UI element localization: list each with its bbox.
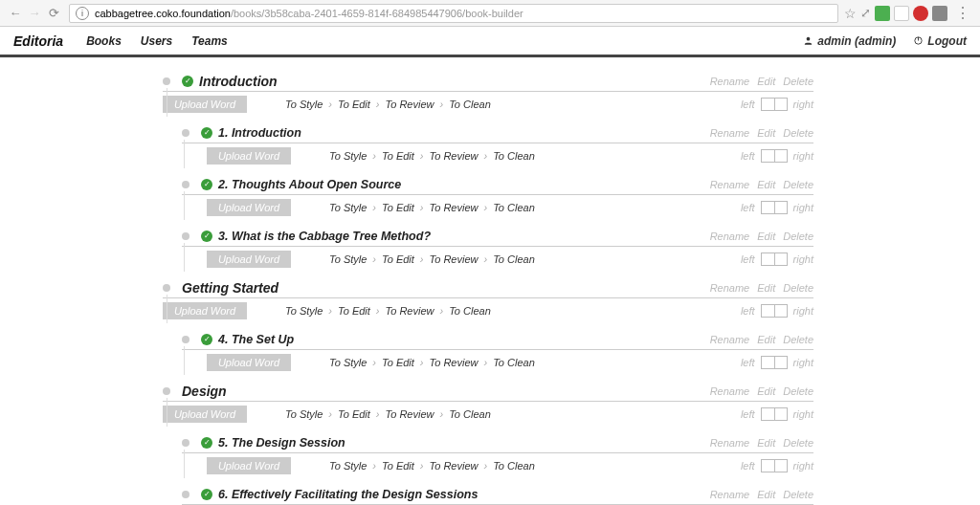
upload-word-button[interactable]: Upload Word [163, 96, 247, 113]
chapter-title[interactable]: 2. Thoughts About Open Source [218, 178, 401, 191]
workflow-step[interactable]: To Clean [449, 99, 491, 110]
align-toggle[interactable] [761, 98, 788, 111]
delete-button[interactable]: Delete [783, 489, 813, 500]
rename-button[interactable]: Rename [710, 179, 750, 190]
forward-button[interactable]: → [25, 4, 44, 23]
adblock-icon[interactable] [913, 6, 928, 21]
site-info-icon[interactable]: i [76, 7, 89, 20]
workflow-step[interactable]: To Style [329, 202, 367, 213]
workflow-step[interactable]: To Review [430, 460, 479, 472]
workflow-step[interactable]: To Style [329, 150, 367, 162]
upload-word-button[interactable]: Upload Word [207, 354, 291, 371]
rename-button[interactable]: Rename [710, 282, 750, 294]
upload-word-button[interactable]: Upload Word [207, 457, 291, 474]
workflow-step[interactable]: To Review [386, 305, 434, 317]
nav-users[interactable]: Users [141, 34, 172, 48]
edit-button[interactable]: Edit [757, 231, 775, 242]
edit-button[interactable]: Edit [757, 334, 775, 345]
workflow-step[interactable]: To Style [329, 460, 367, 472]
edit-button[interactable]: Edit [757, 282, 775, 294]
align-toggle[interactable] [761, 304, 788, 318]
rename-button[interactable]: Rename [710, 76, 750, 87]
zoom-icon[interactable]: ⤢ [860, 6, 871, 20]
delete-button[interactable]: Delete [783, 385, 813, 397]
brand[interactable]: Editoria [13, 33, 63, 49]
edit-button[interactable]: Edit [757, 385, 775, 397]
workflow-step[interactable]: To Edit [338, 99, 370, 110]
drag-handle-icon[interactable] [182, 439, 189, 447]
edit-button[interactable]: Edit [757, 127, 775, 139]
logout-button[interactable]: Logout [913, 34, 967, 48]
workflow-step[interactable]: To Edit [338, 408, 370, 420]
drag-handle-icon[interactable] [182, 336, 189, 343]
workflow-step[interactable]: To Review [386, 408, 434, 420]
workflow-step[interactable]: To Review [386, 99, 434, 110]
workflow-step[interactable]: To Clean [493, 253, 535, 265]
nav-books[interactable]: Books [86, 34, 122, 48]
delete-button[interactable]: Delete [783, 334, 813, 345]
rename-button[interactable]: Rename [710, 334, 750, 345]
drag-handle-icon[interactable] [182, 129, 189, 137]
workflow-step[interactable]: To Style [285, 99, 323, 110]
upload-word-button[interactable]: Upload Word [163, 406, 247, 423]
workflow-step[interactable]: To Review [430, 357, 479, 368]
back-button[interactable]: ← [6, 4, 25, 23]
url-bar[interactable]: i cabbagetree.coko.foundation/books/3b58… [69, 4, 838, 23]
part-title[interactable]: Introduction [199, 74, 278, 89]
drag-handle-icon[interactable] [182, 491, 189, 498]
workflow-step[interactable]: To Clean [493, 357, 535, 368]
upload-word-button[interactable]: Upload Word [207, 147, 291, 165]
delete-button[interactable]: Delete [783, 76, 813, 87]
align-toggle[interactable] [761, 459, 788, 472]
chapter-title[interactable]: 1. Introduction [218, 126, 301, 140]
chapter-title[interactable]: 3. What is the Cabbage Tree Method? [218, 230, 431, 243]
delete-button[interactable]: Delete [783, 282, 813, 294]
rename-button[interactable]: Rename [710, 385, 750, 397]
workflow-step[interactable]: To Clean [493, 150, 535, 162]
upload-word-button[interactable]: Upload Word [207, 199, 291, 216]
edit-button[interactable]: Edit [757, 437, 775, 449]
workflow-step[interactable]: To Edit [382, 253, 414, 265]
edit-button[interactable]: Edit [757, 76, 775, 87]
part-title[interactable]: Design [182, 384, 227, 399]
reload-button[interactable]: ⟳ [44, 4, 63, 23]
drag-handle-icon[interactable] [182, 232, 189, 240]
workflow-step[interactable]: To Review [430, 150, 479, 162]
drag-handle-icon[interactable] [163, 387, 170, 395]
upload-word-button[interactable]: Upload Word [207, 251, 291, 268]
drag-handle-icon[interactable] [182, 181, 189, 188]
workflow-step[interactable]: To Clean [493, 460, 535, 472]
user-badge[interactable]: admin (admin) [803, 34, 896, 48]
workflow-step[interactable]: To Style [329, 253, 367, 265]
workflow-step[interactable]: To Edit [382, 202, 414, 213]
rename-button[interactable]: Rename [710, 127, 750, 139]
workflow-step[interactable]: To Edit [338, 305, 370, 317]
align-toggle[interactable] [761, 149, 788, 163]
align-toggle[interactable] [761, 252, 788, 266]
extension-icon[interactable] [894, 6, 909, 21]
delete-button[interactable]: Delete [783, 179, 813, 190]
delete-button[interactable]: Delete [783, 437, 813, 449]
nav-teams[interactable]: Teams [191, 34, 228, 48]
rename-button[interactable]: Rename [710, 437, 750, 449]
bookmark-icon[interactable]: ☆ [844, 6, 857, 21]
workflow-step[interactable]: To Review [430, 202, 479, 213]
extension-icon[interactable] [875, 6, 890, 21]
workflow-step[interactable]: To Style [329, 357, 367, 368]
upload-word-button[interactable]: Upload Word [163, 302, 247, 319]
workflow-step[interactable]: To Edit [382, 150, 414, 162]
rename-button[interactable]: Rename [710, 489, 750, 500]
drag-handle-icon[interactable] [163, 77, 170, 85]
delete-button[interactable]: Delete [783, 127, 813, 139]
chapter-title[interactable]: 4. The Set Up [218, 333, 294, 346]
edit-button[interactable]: Edit [757, 489, 775, 500]
extension-icon[interactable] [932, 6, 947, 21]
workflow-step[interactable]: To Clean [493, 202, 535, 213]
workflow-step[interactable]: To Review [430, 253, 479, 265]
delete-button[interactable]: Delete [783, 231, 813, 242]
align-toggle[interactable] [761, 201, 788, 214]
workflow-step[interactable]: To Clean [449, 305, 491, 317]
align-toggle[interactable] [761, 407, 788, 421]
workflow-step[interactable]: To Clean [449, 408, 491, 420]
browser-menu-icon[interactable]: ⋮ [951, 4, 974, 22]
